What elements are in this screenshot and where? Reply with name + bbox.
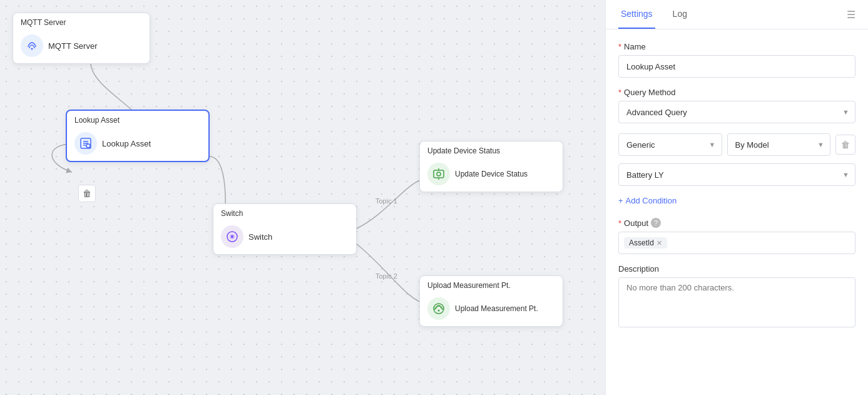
tab-settings[interactable]: Settings — [618, 0, 655, 29]
mqtt-icon — [21, 34, 43, 57]
tag-close-button[interactable]: ✕ — [656, 239, 662, 247]
update-device-label: Update Device Status — [455, 170, 528, 178]
menu-icon[interactable]: ☰ — [847, 9, 855, 21]
description-group: Description — [618, 264, 855, 330]
tab-log[interactable]: Log — [670, 0, 690, 29]
output-group: * Output ? AssetId ✕ — [618, 218, 855, 254]
battery-select-wrapper: Battery LY Battery HX Battery MZ ▼ — [618, 163, 855, 186]
lookup-delete-button[interactable]: 🗑 — [78, 185, 96, 202]
svg-point-14 — [438, 310, 440, 312]
by-model-select[interactable]: By Model By Type — [727, 133, 831, 156]
update-device-icon — [427, 163, 450, 185]
upload-measurement-label: Upload Measurement Pt. — [455, 304, 538, 313]
mqtt-server-label: MQTT Server — [48, 41, 98, 51]
svg-point-12 — [437, 172, 441, 176]
row-delete-button[interactable]: 🗑 — [835, 135, 855, 155]
generic-select[interactable]: Generic Custom — [618, 133, 722, 156]
lookup-asset-title: Lookup Asset — [67, 111, 208, 127]
battery-select-group: Battery LY Battery HX Battery MZ ▼ — [618, 163, 855, 186]
generic-select-wrapper: Generic Custom ▼ — [618, 133, 722, 156]
description-textarea[interactable] — [618, 277, 855, 327]
description-label: Description — [618, 264, 855, 274]
switch-label: Switch — [248, 232, 272, 242]
name-input[interactable] — [618, 55, 855, 78]
output-tags-container: AssetId ✕ — [618, 232, 855, 254]
asset-id-tag: AssetId ✕ — [624, 237, 667, 249]
mqtt-server-node[interactable]: MQTT Server MQTT Server — [13, 13, 150, 64]
topic2-label: Topic 2 — [375, 272, 397, 280]
panel-content: * Name * Query Method Advanced Query Bas… — [606, 29, 868, 395]
query-method-group: * Query Method Advanced Query Basic Quer… — [618, 88, 855, 123]
svg-point-10 — [231, 235, 233, 238]
mqtt-server-title: MQTT Server — [13, 13, 150, 29]
settings-panel: Settings Log ☰ * Name * Query Method Adv… — [605, 0, 868, 395]
update-device-node[interactable]: Update Device Status Update Device Statu… — [419, 141, 563, 192]
output-label: * Output ? — [618, 218, 855, 228]
svg-rect-11 — [434, 170, 444, 178]
upload-measurement-icon — [427, 297, 450, 320]
query-method-select-wrapper: Advanced Query Basic Query ▼ — [618, 101, 855, 123]
by-model-select-wrapper: By Model By Type ▼ — [727, 133, 831, 156]
generic-model-row: Generic Custom ▼ By Model By Type ▼ 🗑 — [618, 133, 855, 156]
query-method-select[interactable]: Advanced Query Basic Query — [618, 101, 855, 123]
battery-select[interactable]: Battery LY Battery HX Battery MZ — [618, 163, 855, 186]
output-help-icon[interactable]: ? — [651, 218, 661, 228]
lookup-asset-node[interactable]: Lookup Asset Lookup Asset — [66, 110, 210, 162]
add-condition-plus: + — [618, 196, 623, 205]
upload-measurement-node[interactable]: Upload Measurement Pt. Upload Measuremen… — [419, 275, 563, 327]
switch-icon — [221, 225, 243, 248]
lookup-asset-label: Lookup Asset — [102, 139, 151, 148]
canvas: MQTT Server MQTT Server Lookup Asset — [0, 0, 605, 395]
name-group: * Name — [618, 42, 855, 78]
switch-title: Switch — [213, 204, 356, 220]
update-device-title: Update Device Status — [420, 141, 563, 158]
name-label: * Name — [618, 42, 855, 51]
svg-point-1 — [31, 48, 33, 50]
panel-header: Settings Log ☰ — [606, 0, 868, 29]
upload-measurement-title: Upload Measurement Pt. — [420, 276, 563, 292]
svg-point-0 — [26, 39, 38, 52]
lookup-icon — [74, 132, 97, 155]
switch-node[interactable]: Switch Switch — [213, 203, 357, 255]
topic1-label: Topic 1 — [375, 197, 397, 205]
add-condition-button[interactable]: + Add Condition — [618, 193, 677, 208]
query-method-label: * Query Method — [618, 88, 855, 97]
